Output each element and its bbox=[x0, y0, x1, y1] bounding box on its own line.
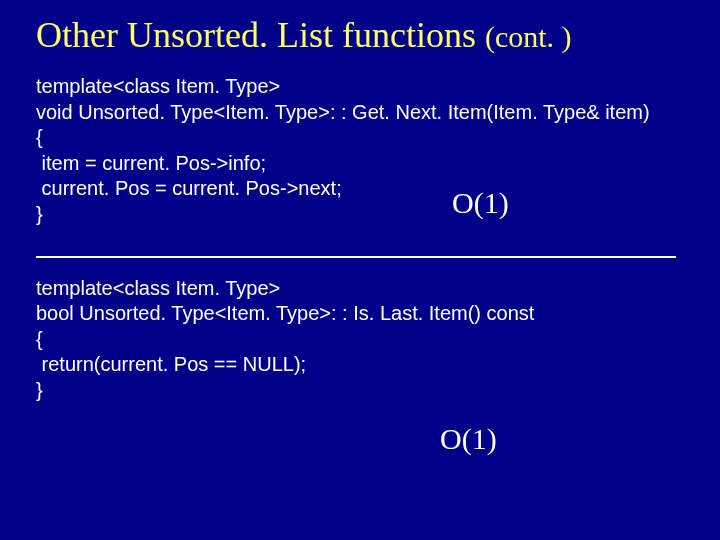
code-line: return(current. Pos == NULL); bbox=[36, 353, 306, 375]
complexity-annotation-2: O(1) bbox=[440, 422, 497, 456]
code-line: { bbox=[36, 126, 43, 148]
code-line: } bbox=[36, 379, 43, 401]
title-cont: (cont. ) bbox=[485, 20, 572, 53]
code-line: } bbox=[36, 203, 43, 225]
code-line: void Unsorted. Type<Item. Type>: : Get. … bbox=[36, 101, 650, 123]
section-divider bbox=[36, 256, 676, 258]
slide: Other Unsorted. List functions (cont. ) … bbox=[0, 0, 720, 540]
code-line: template<class Item. Type> bbox=[36, 75, 280, 97]
code-block-2: template<class Item. Type> bool Unsorted… bbox=[36, 276, 684, 404]
complexity-annotation-1: O(1) bbox=[452, 186, 509, 220]
title-main: Other Unsorted. List functions bbox=[36, 15, 485, 55]
slide-title: Other Unsorted. List functions (cont. ) bbox=[36, 14, 684, 56]
code-line: template<class Item. Type> bbox=[36, 277, 280, 299]
code-line: current. Pos = current. Pos->next; bbox=[36, 177, 342, 199]
code-line: item = current. Pos->info; bbox=[36, 152, 266, 174]
code-line: { bbox=[36, 328, 43, 350]
code-block-1: template<class Item. Type> void Unsorted… bbox=[36, 74, 684, 228]
code-line: bool Unsorted. Type<Item. Type>: : Is. L… bbox=[36, 302, 534, 324]
